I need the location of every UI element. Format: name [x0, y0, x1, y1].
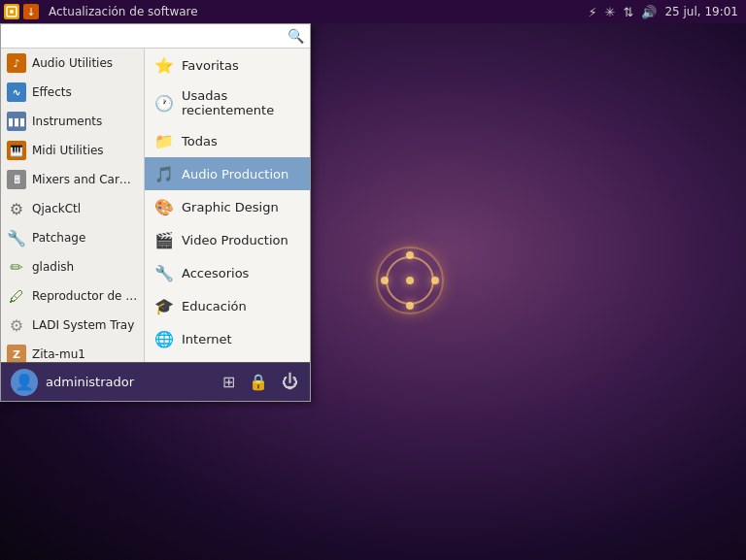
volume-icon: 🔊: [641, 5, 657, 19]
patchage-icon: 🔧: [7, 228, 26, 247]
categories-panel: ⭐Favoritas🕐Usadas recientemente📁Todas🎵Au…: [145, 49, 310, 362]
qjackctl-label: QjackCtl: [32, 202, 81, 215]
avatar-icon: 👤: [15, 373, 34, 391]
ladi-label: LADI System Tray: [32, 318, 134, 332]
accesorios-category-label: Accesorios: [182, 266, 249, 280]
graphic-design-category-icon: 🎨: [154, 197, 174, 216]
bottom-actions: ⊞ 🔒 ⏻: [220, 371, 300, 394]
todas-category-label: Todas: [182, 134, 218, 148]
glow-dot-left: [381, 277, 389, 284]
educacion-category-label: Educación: [182, 299, 247, 313]
menu-body: ♪Audio Utilities∿Effects▮▮▮Instruments🎹M…: [1, 49, 310, 362]
category-item-graphic-design[interactable]: 🎨Graphic Design: [145, 190, 310, 223]
effects-label: Effects: [32, 85, 72, 99]
svg-point-1: [10, 10, 14, 14]
app-item-audio-utilities[interactable]: ♪Audio Utilities: [1, 49, 144, 78]
qjackctl-icon: ⚙: [7, 199, 26, 218]
search-icon: 🔍: [288, 28, 304, 44]
glow-dot-right: [431, 277, 439, 284]
midi-utilities-label: Midi Utilities: [32, 144, 104, 157]
search-bar: 🔍: [1, 24, 310, 49]
educacion-category-icon: 🎓: [154, 296, 174, 315]
effects-icon: ∿: [7, 82, 26, 102]
internet-category-label: Internet: [182, 332, 232, 346]
internet-category-icon: 🌐: [154, 329, 174, 348]
app-item-zita[interactable]: ZZita-mu1: [1, 340, 144, 362]
category-item-juegos[interactable]: 🎮Juegos: [145, 355, 310, 362]
category-item-favoritas[interactable]: ⭐Favoritas: [145, 49, 310, 82]
app-menu: 🔍 ♪Audio Utilities∿Effects▮▮▮Instruments…: [0, 23, 311, 402]
apps-panel: ♪Audio Utilities∿Effects▮▮▮Instruments🎹M…: [1, 49, 145, 362]
video-production-category-label: Video Production: [182, 233, 288, 247]
window-title: Actualización de software: [43, 5, 204, 18]
video-production-category-icon: 🎬: [154, 230, 174, 249]
app-item-mixers[interactable]: 🎚Mixers and Card C...: [1, 165, 144, 194]
window-icon: [4, 4, 19, 19]
usadas-category-icon: 🕐: [154, 93, 174, 113]
reproductor-icon: 🖊: [7, 286, 26, 306]
datetime: 25 jul, 19:01: [664, 5, 738, 18]
screen-button[interactable]: ⊞: [220, 371, 237, 394]
desktop-glow: [371, 242, 449, 319]
app-item-effects[interactable]: ∿Effects: [1, 78, 144, 107]
zita-icon: Z: [7, 345, 26, 362]
favoritas-category-icon: ⭐: [154, 55, 174, 75]
patchage-label: Patchage: [32, 231, 85, 245]
category-item-video-production[interactable]: 🎬Video Production: [145, 223, 310, 256]
app-item-gladish[interactable]: ✏gladish: [1, 252, 144, 281]
mixers-label: Mixers and Card C...: [32, 173, 138, 186]
power-icon: ⏻: [282, 373, 298, 391]
accesorios-category-icon: 🔧: [154, 263, 174, 282]
graphic-design-category-label: Graphic Design: [182, 200, 279, 214]
category-item-usadas[interactable]: 🕐Usadas recientemente: [145, 82, 310, 124]
instruments-label: Instruments: [32, 115, 102, 128]
category-item-educacion[interactable]: 🎓Educación: [145, 289, 310, 322]
taskbar-left: ↓ Actualización de software: [0, 4, 204, 19]
lock-button[interactable]: 🔒: [247, 371, 270, 394]
app-item-midi-utilities[interactable]: 🎹Midi Utilities: [1, 136, 144, 165]
glow-dot-bottom: [406, 302, 414, 310]
usadas-category-label: Usadas recientemente: [182, 88, 300, 117]
glow-dot-center: [406, 277, 414, 284]
app-indicator-icon: ↓: [23, 4, 39, 19]
app-item-ladi[interactable]: ⚙LADI System Tray: [1, 311, 144, 340]
power-button[interactable]: ⏻: [280, 371, 300, 394]
todas-category-icon: 📁: [154, 131, 174, 150]
audio-utilities-icon: ♪: [7, 53, 26, 73]
audio-production-category-icon: 🎵: [154, 164, 174, 183]
search-input[interactable]: [7, 29, 284, 44]
audio-production-category-label: Audio Production: [182, 167, 288, 181]
midi-utilities-icon: 🎹: [7, 141, 26, 160]
zita-label: Zita-mu1: [32, 347, 85, 361]
favoritas-category-label: Favoritas: [182, 58, 239, 73]
reproductor-label: Reproductor de L...: [32, 289, 138, 303]
app-item-patchage[interactable]: 🔧Patchage: [1, 223, 144, 252]
battery-icon: ⚡: [588, 5, 596, 19]
glow-dot-top: [406, 251, 414, 259]
menu-bottom: 👤 administrador ⊞ 🔒 ⏻: [1, 362, 310, 401]
user-name: administrador: [46, 375, 213, 389]
gladish-icon: ✏: [7, 257, 26, 277]
taskbar-right: ⚡ ✳ ⇅ 🔊 25 jul, 19:01: [588, 5, 746, 19]
lock-icon: 🔒: [249, 374, 268, 390]
gladish-label: gladish: [32, 260, 74, 274]
network-icon: ⇅: [624, 5, 634, 19]
category-item-audio-production[interactable]: 🎵Audio Production: [145, 157, 310, 190]
app-item-reproductor[interactable]: 🖊Reproductor de L...: [1, 281, 144, 311]
screen-icon: ⊞: [222, 374, 235, 390]
category-item-internet[interactable]: 🌐Internet: [145, 322, 310, 355]
app-item-qjackctl[interactable]: ⚙QjackCtl: [1, 194, 144, 223]
mixers-icon: 🎚: [7, 170, 26, 189]
instruments-icon: ▮▮▮: [7, 112, 26, 131]
user-avatar: 👤: [11, 369, 38, 396]
ladi-icon: ⚙: [7, 315, 26, 335]
taskbar: ↓ Actualización de software ⚡ ✳ ⇅ 🔊 25 j…: [0, 0, 746, 23]
category-item-accesorios[interactable]: 🔧Accesorios: [145, 256, 310, 289]
bluetooth-icon: ✳: [605, 5, 616, 19]
category-item-todas[interactable]: 📁Todas: [145, 124, 310, 157]
audio-utilities-label: Audio Utilities: [32, 56, 113, 70]
app-item-instruments[interactable]: ▮▮▮Instruments: [1, 107, 144, 136]
